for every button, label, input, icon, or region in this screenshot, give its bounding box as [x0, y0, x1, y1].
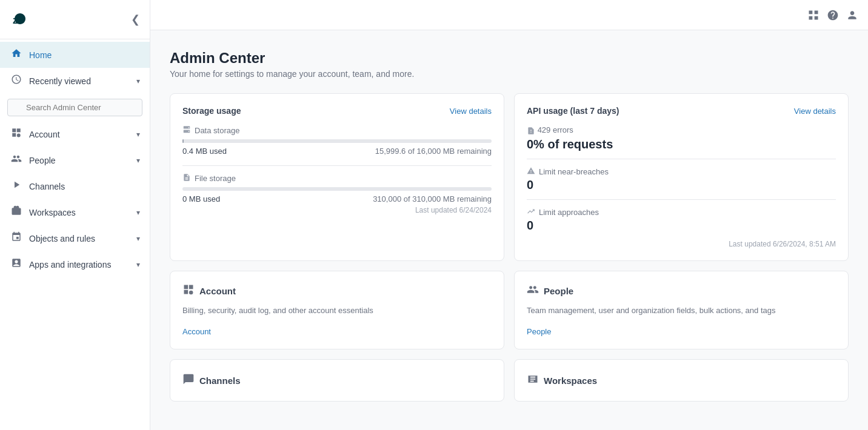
- people-card-desc: Team management, user and organization f…: [527, 305, 836, 317]
- sidebar-item-label-home: Home: [29, 50, 140, 60]
- api-errors-label: 429 errors: [527, 125, 836, 135]
- people-card-link[interactable]: People: [527, 327, 551, 336]
- api-card-title: API usage (last 7 days): [527, 106, 619, 116]
- storage-card-title: Storage usage: [182, 106, 241, 116]
- data-storage-used: 0.4 MB used: [182, 147, 227, 156]
- data-storage-label: Data storage: [182, 125, 492, 136]
- chevron-down-icon-apps: ▾: [136, 260, 140, 269]
- limit-approaches-text: Limit approaches: [539, 208, 599, 217]
- workspaces-icon: [10, 205, 23, 219]
- sidebar-item-label-channels: Channels: [29, 182, 140, 191]
- page-title: Admin Center: [170, 50, 849, 67]
- api-errors-text: 429 errors: [538, 125, 573, 134]
- sidebar-item-objects-and-rules[interactable]: Objects and rules ▾: [0, 225, 150, 251]
- right-side: Admin Center Your home for settings to m…: [150, 0, 868, 430]
- file-storage-text: File storage: [195, 174, 236, 183]
- account-card-link[interactable]: Account: [182, 327, 211, 336]
- api-card-header: API usage (last 7 days) View details: [527, 106, 836, 116]
- data-storage-progress-fill: [182, 139, 184, 143]
- workspaces-card-title: Workspaces: [544, 375, 597, 386]
- sidebar-item-channels[interactable]: Channels: [0, 173, 150, 199]
- chevron-down-icon-people: ▾: [136, 156, 140, 165]
- workspaces-card-icon: [527, 373, 539, 388]
- database-icon: [182, 125, 191, 136]
- data-storage-item: Data storage 0.4 MB used 15,999.6 of 16,…: [182, 125, 492, 156]
- user-profile-button[interactable]: [846, 9, 858, 21]
- sidebar-item-apps-integrations[interactable]: Apps and integrations ▾: [0, 251, 150, 277]
- page-subtitle: Your home for settings to manage your ac…: [170, 69, 849, 79]
- people-card-title: People: [544, 286, 573, 296]
- sidebar: z ❮ Home Recently viewed ▾: [0, 0, 150, 430]
- objects-rules-icon: [10, 231, 23, 245]
- data-storage-text: Data storage: [195, 126, 239, 135]
- sidebar-item-label-objects-rules: Objects and rules: [29, 234, 130, 243]
- storage-view-details-link[interactable]: View details: [450, 107, 492, 116]
- people-card-header: People: [527, 283, 836, 299]
- clock-icon: [10, 74, 23, 88]
- channels-card-title: Channels: [199, 375, 241, 386]
- main-content-area: Admin Center Your home for settings to m…: [150, 30, 868, 430]
- error-icon: [527, 125, 538, 134]
- api-view-details-link[interactable]: View details: [794, 107, 836, 116]
- storage-usage-card: Storage usage View details Data storage: [170, 93, 504, 261]
- file-icon: [182, 173, 191, 184]
- apps-icon: [10, 257, 23, 271]
- chevron-down-icon: ▾: [136, 77, 140, 85]
- near-breaches-value: 0: [527, 178, 836, 192]
- channels-card-icon: [182, 373, 195, 388]
- account-icon: [10, 127, 23, 141]
- sidebar-logo-area: z ❮: [0, 0, 150, 39]
- sidebar-item-recently-viewed[interactable]: Recently viewed ▾: [0, 68, 150, 94]
- trend-icon: [527, 207, 535, 217]
- near-breaches-label: Limit near-breaches: [527, 167, 836, 177]
- file-storage-remaining: 310,000 of 310,000 MB remaining: [373, 194, 492, 203]
- limit-approaches-label: Limit approaches: [527, 207, 836, 217]
- storage-card-header: Storage usage View details: [182, 106, 492, 116]
- data-storage-remaining: 15,999.6 of 16,000 MB remaining: [375, 147, 492, 156]
- grid-apps-button[interactable]: [807, 9, 820, 21]
- nav-section: Home Recently viewed ▾ 🔍: [0, 39, 150, 280]
- help-button[interactable]: [827, 9, 839, 21]
- chevron-down-icon-account: ▾: [136, 130, 140, 139]
- sidebar-item-home[interactable]: Home: [0, 42, 150, 68]
- search-box: 🔍: [0, 94, 150, 121]
- file-storage-progress-bg: [182, 187, 492, 191]
- workspaces-info-card: Workspaces: [514, 359, 849, 402]
- home-icon: [10, 48, 23, 62]
- people-card-icon: [527, 283, 539, 299]
- top-cards-row: Storage usage View details Data storage: [170, 93, 849, 261]
- account-card-desc: Billing, security, audit log, and other …: [182, 305, 492, 317]
- chevron-down-icon-workspaces: ▾: [136, 208, 140, 217]
- sidebar-item-workspaces[interactable]: Workspaces ▾: [0, 199, 150, 225]
- bottom-cards-row: Channels Workspaces: [170, 359, 849, 402]
- sidebar-item-label-account: Account: [29, 130, 130, 139]
- channels-icon: [10, 179, 23, 193]
- near-breaches-stat: Limit near-breaches 0: [527, 167, 836, 192]
- sidebar-item-account[interactable]: Account ▾: [0, 121, 150, 147]
- chevron-down-icon-objects: ▾: [136, 234, 140, 243]
- account-card-title: Account: [199, 286, 236, 296]
- people-icon: [10, 153, 23, 167]
- file-storage-item: File storage 0 MB used 310,000 of 310,00…: [182, 173, 492, 214]
- sidebar-item-label-apps: Apps and integrations: [29, 260, 130, 270]
- api-updated: Last updated 6/26/2024, 8:51 AM: [527, 240, 836, 248]
- file-storage-used: 0 MB used: [182, 194, 220, 203]
- topbar: [150, 0, 868, 30]
- limit-approaches-stat: Limit approaches 0: [527, 207, 836, 233]
- divider: [182, 165, 492, 166]
- near-breaches-text: Limit near-breaches: [539, 167, 609, 176]
- people-info-card: People Team management, user and organiz…: [514, 271, 849, 350]
- collapse-sidebar-button[interactable]: ❮: [131, 14, 140, 25]
- file-storage-stats: 0 MB used 310,000 of 310,000 MB remainin…: [182, 194, 492, 203]
- svg-text:z: z: [13, 15, 18, 25]
- account-card-icon: [182, 283, 195, 299]
- sidebar-item-label-people: People: [29, 156, 130, 165]
- api-requests-value: 0% of requests: [527, 137, 836, 151]
- limit-approaches-value: 0: [527, 219, 836, 233]
- sidebar-item-people[interactable]: People ▾: [0, 147, 150, 173]
- search-input[interactable]: [7, 99, 142, 116]
- file-storage-label: File storage: [182, 173, 492, 184]
- data-storage-stats: 0.4 MB used 15,999.6 of 16,000 MB remain…: [182, 147, 492, 156]
- file-storage-updated: Last updated 6/24/2024: [182, 206, 492, 214]
- zendesk-logo: z: [10, 8, 32, 30]
